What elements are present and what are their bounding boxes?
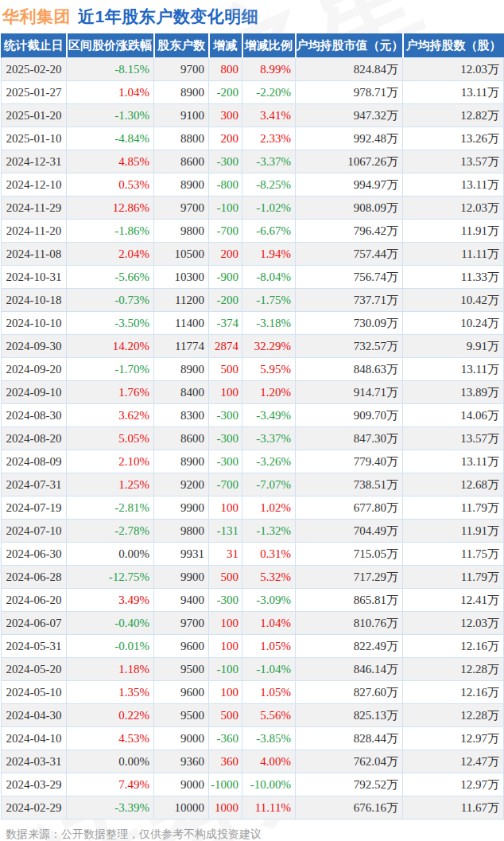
cell-delta-pct: 32.29% xyxy=(242,335,296,358)
table-row: 2024-03-310.00%93603604.00%762.04万12.47万 xyxy=(2,750,504,773)
cell-delta-pct: 1.05% xyxy=(242,681,296,704)
cell-price-change: 0.22% xyxy=(67,704,154,727)
cell-holders: 9100 xyxy=(154,104,209,127)
table-row: 2024-07-19-2.81%99001001.02%677.80万11.79… xyxy=(2,496,504,520)
cell-date: 2024-08-30 xyxy=(2,404,67,427)
cell-holders: 9000 xyxy=(154,773,209,796)
cell-price-change: 14.20% xyxy=(67,335,154,358)
cell-avg-market-value: 732.57万 xyxy=(296,335,403,358)
cell-price-change: 7.49% xyxy=(67,773,154,796)
cell-avg-shares: 12.68万 xyxy=(403,473,504,496)
cell-avg-market-value: 715.05万 xyxy=(296,543,403,566)
cell-delta-pct: -3.85% xyxy=(242,727,296,750)
cell-price-change: 4.53% xyxy=(67,727,154,750)
cell-delta: -900 xyxy=(209,266,242,289)
cell-date: 2024-07-19 xyxy=(2,496,67,520)
cell-delta-pct: 1.04% xyxy=(242,612,296,635)
cell-avg-shares: 11.75万 xyxy=(403,543,504,566)
cell-delta: -200 xyxy=(209,289,242,312)
col-header-avg-market-value: 户均持股市值（元） xyxy=(296,33,403,58)
cell-avg-shares: 12.97万 xyxy=(403,727,504,750)
cell-holders: 9500 xyxy=(154,658,209,681)
cell-price-change: -3.39% xyxy=(67,796,154,820)
cell-delta-pct: -6.67% xyxy=(242,220,296,243)
table-row: 2024-09-101.76%84001001.20%914.71万13.89万 xyxy=(2,381,504,404)
cell-price-change: 3.49% xyxy=(67,589,154,612)
cell-price-change: 1.76% xyxy=(67,381,154,404)
cell-holders: 9931 xyxy=(154,543,209,566)
cell-holders: 8300 xyxy=(154,404,209,427)
shareholder-count-table: 统计截止日区间股价涨跌幅股东户数增减增减比例户均持股市值（元）户均持股数（股） … xyxy=(1,33,504,820)
cell-price-change: -0.01% xyxy=(67,635,154,658)
cell-delta: -800 xyxy=(209,173,242,197)
cell-avg-market-value: 730.09万 xyxy=(296,312,403,335)
cell-avg-shares: 12.41万 xyxy=(403,589,504,612)
cell-avg-shares: 12.28万 xyxy=(403,658,504,681)
cell-avg-shares: 12.28万 xyxy=(403,704,504,727)
cell-date: 2024-12-31 xyxy=(2,150,67,173)
cell-avg-market-value: 822.49万 xyxy=(296,635,403,658)
cell-avg-shares: 11.79万 xyxy=(403,496,504,520)
table-row: 2024-08-092.10%8900-300-3.26%779.40万13.1… xyxy=(2,450,504,473)
data-source-note: 数据来源：公开数据整理，仅供参考不构成投资建议 xyxy=(6,827,504,841)
cell-price-change: 2.10% xyxy=(67,450,154,473)
cell-delta-pct: 1.02% xyxy=(242,496,296,520)
cell-date: 2024-05-20 xyxy=(2,658,67,681)
cell-delta-pct: 1.20% xyxy=(242,381,296,404)
table-row: 2024-12-314.85%8600-300-3.37%1067.26万13.… xyxy=(2,150,504,173)
cell-holders: 8400 xyxy=(154,381,209,404)
table-row: 2025-01-10-4.84%88002002.33%992.48万13.26… xyxy=(2,127,504,150)
cell-delta-pct: 2.33% xyxy=(242,127,296,150)
cell-avg-shares: 12.16万 xyxy=(403,681,504,704)
cell-avg-market-value: 677.80万 xyxy=(296,496,403,520)
cell-date: 2024-04-30 xyxy=(2,704,67,727)
table-row: 2024-05-31-0.01%96001001.05%822.49万12.16… xyxy=(2,635,504,658)
table-row: 2024-05-101.35%96001001.05%827.60万12.16万 xyxy=(2,681,504,704)
cell-avg-shares: 12.03万 xyxy=(403,612,504,635)
cell-price-change: -3.50% xyxy=(67,312,154,335)
cell-delta-pct: -8.04% xyxy=(242,266,296,289)
cell-delta: 800 xyxy=(209,58,242,81)
cell-holders: 9400 xyxy=(154,589,209,612)
cell-avg-shares: 14.06万 xyxy=(403,404,504,427)
col-header-date: 统计截止日 xyxy=(2,33,67,58)
cell-date: 2025-01-10 xyxy=(2,127,67,150)
stock-name: 华利集团 xyxy=(2,7,71,25)
cell-delta-pct: 5.56% xyxy=(242,704,296,727)
cell-holders: 8900 xyxy=(154,81,209,104)
cell-price-change: 1.18% xyxy=(67,658,154,681)
table-row: 2024-10-10-3.50%11400-374-3.18%730.09万10… xyxy=(2,312,504,335)
cell-holders: 8900 xyxy=(154,358,209,381)
cell-avg-shares: 12.97万 xyxy=(403,773,504,796)
cell-delta-pct: 4.00% xyxy=(242,750,296,773)
cell-delta: 2874 xyxy=(209,335,242,358)
cell-delta: 100 xyxy=(209,612,242,635)
cell-delta-pct: -2.20% xyxy=(242,81,296,104)
cell-date: 2024-12-10 xyxy=(2,173,67,197)
cell-date: 2024-02-29 xyxy=(2,796,67,820)
cell-delta: -300 xyxy=(209,450,242,473)
cell-avg-market-value: 1067.26万 xyxy=(296,150,403,173)
cell-date: 2024-03-29 xyxy=(2,773,67,796)
cell-price-change: 0.53% xyxy=(67,173,154,197)
cell-price-change: 4.85% xyxy=(67,150,154,173)
cell-avg-shares: 12.47万 xyxy=(403,750,504,773)
cell-delta: 100 xyxy=(209,681,242,704)
cell-delta: 100 xyxy=(209,381,242,404)
table-row: 2024-06-07-0.40%97001001.04%810.76万12.03… xyxy=(2,612,504,635)
cell-avg-shares: 10.42万 xyxy=(403,289,504,312)
cell-delta-pct: -8.25% xyxy=(242,173,296,197)
cell-delta-pct: -1.04% xyxy=(242,658,296,681)
cell-delta-pct: -3.49% xyxy=(242,404,296,427)
cell-delta-pct: 5.95% xyxy=(242,358,296,381)
table-row: 2024-10-31-5.66%10300-900-8.04%756.74万11… xyxy=(2,266,504,289)
cell-date: 2024-08-09 xyxy=(2,450,67,473)
cell-holders: 9800 xyxy=(154,520,209,543)
cell-avg-market-value: 978.71万 xyxy=(296,81,403,104)
cell-avg-market-value: 810.76万 xyxy=(296,612,403,635)
cell-date: 2024-06-28 xyxy=(2,566,67,589)
cell-date: 2024-11-08 xyxy=(2,243,67,266)
cell-delta: 200 xyxy=(209,243,242,266)
table-row: 2024-04-300.22%95005005.56%825.13万12.28万 xyxy=(2,704,504,727)
cell-avg-shares: 10.24万 xyxy=(403,312,504,335)
